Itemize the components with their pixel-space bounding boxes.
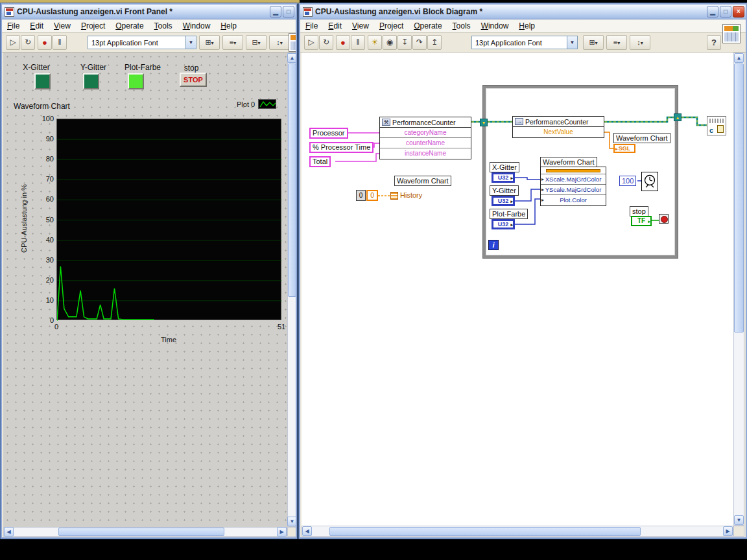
history-property-label[interactable]: History <box>400 191 422 199</box>
align-objects-icon[interactable]: ⊞▾ <box>583 35 604 50</box>
menu-help[interactable]: Help <box>220 21 237 30</box>
maximize-button-icon[interactable]: □ <box>720 6 731 18</box>
property-row-plot-color[interactable]: ▸ Plot.Color <box>541 195 606 205</box>
menu-help[interactable]: Help <box>519 21 535 30</box>
front-panel-titlebar[interactable]: CPU-Auslastung anzeigen.vi Front Panel *… <box>2 5 296 19</box>
stop-button[interactable]: STOP <box>180 73 207 87</box>
block-diagram-titlebar[interactable]: CPU-Auslastung anzeigen.vi Block Diagram… <box>300 5 746 19</box>
stop-terminal-label[interactable]: stop <box>630 206 648 216</box>
scroll-up-icon[interactable]: ▲ <box>287 53 297 63</box>
menu-file[interactable]: File <box>7 21 19 30</box>
scroll-down-icon[interactable]: ▼ <box>287 517 297 526</box>
menu-window[interactable]: Window <box>481 21 509 30</box>
x-gitter-terminal[interactable]: U32 ▸ <box>492 172 515 183</box>
run-button-icon[interactable]: ▷ <box>304 35 318 50</box>
iteration-terminal[interactable]: i <box>488 240 499 250</box>
scroll-left-icon[interactable]: ◀ <box>4 527 14 537</box>
string-constant-processor[interactable]: Processor <box>309 128 348 139</box>
property-node-waveform-chart[interactable]: ▸ XScale.MajGrdColor ▸ YScale.MajGrdColo… <box>540 167 606 206</box>
scroll-right-icon[interactable]: ▶ <box>277 527 287 537</box>
x-gitter-terminal-label[interactable]: X-Gitter <box>490 162 519 172</box>
menu-tools[interactable]: Tools <box>154 21 172 30</box>
chart-legend[interactable]: Plot 0 <box>237 99 276 109</box>
run-continuous-icon[interactable]: ↻ <box>319 35 333 50</box>
close-button-icon[interactable]: × <box>733 6 744 18</box>
chart-indicator-terminal[interactable]: ▸ SGL <box>613 144 635 153</box>
pause-icon[interactable]: ‖ <box>53 35 67 50</box>
distribute-objects-icon[interactable]: ≡▾ <box>222 35 243 50</box>
menu-operate[interactable]: Operate <box>414 21 442 30</box>
string-constant-total[interactable]: Total <box>309 156 331 167</box>
menu-operate[interactable]: Operate <box>115 21 143 30</box>
wait-ms-icon[interactable] <box>641 172 658 191</box>
maximize-button-icon[interactable]: □ <box>283 6 294 18</box>
pause-icon[interactable]: ‖ <box>351 35 365 50</box>
property-node-label[interactable]: Waveform Chart <box>540 157 597 167</box>
abort-icon[interactable]: ● <box>336 35 350 50</box>
scroll-left-icon[interactable]: ◀ <box>302 526 312 536</box>
shift-register-right-icon[interactable]: ▲ <box>674 113 682 121</box>
close-reference-icon[interactable]: c <box>707 116 726 135</box>
run-continuous-icon[interactable]: ↻ <box>21 35 35 50</box>
property-row-yscale-majgrdcolor[interactable]: ▸ YScale.MajGrdColor <box>541 185 606 195</box>
step-into-icon[interactable]: ↧ <box>397 35 412 50</box>
font-selector[interactable]: 13pt Application Font ▼ <box>471 36 578 49</box>
scroll-down-icon[interactable]: ▼ <box>734 515 744 525</box>
chevron-down-icon[interactable]: ▼ <box>567 36 577 49</box>
invoke-node-performancecounter[interactable]: → PerformanceCounter NextValue <box>512 116 604 138</box>
align-objects-icon[interactable]: ⊞▾ <box>199 35 220 50</box>
resize-objects-icon[interactable]: ⊟▾ <box>246 35 267 50</box>
menu-edit[interactable]: Edit <box>328 21 342 30</box>
history-array-element[interactable]: 0 <box>366 190 378 201</box>
y-gitter-terminal-label[interactable]: Y-Gitter <box>490 185 519 196</box>
menu-view[interactable]: View <box>352 21 369 30</box>
y-gitter-terminal[interactable]: U32 ▸ <box>492 196 515 206</box>
minimize-button-icon[interactable]: ▁ <box>707 6 718 18</box>
font-selector[interactable]: 13pt Application Font ▼ <box>88 36 196 49</box>
block-diagram-vscrollbar[interactable]: ▲ ▼ <box>733 52 744 526</box>
x-gitter-colorbox[interactable] <box>34 73 51 89</box>
chevron-down-icon[interactable]: ▼ <box>185 36 196 49</box>
hscroll-thumb[interactable] <box>58 528 224 536</box>
menu-tools[interactable]: Tools <box>453 21 471 30</box>
history-property-icon[interactable] <box>390 192 398 200</box>
distribute-objects-icon[interactable]: ≡▾ <box>606 35 627 50</box>
menu-window[interactable]: Window <box>183 21 211 30</box>
constructor-node-performancecounter[interactable]: ⚒ PerformanceCounter categoryName counte… <box>379 117 471 159</box>
minimize-button-icon[interactable]: ▁ <box>270 6 281 18</box>
front-panel-vscrollbar[interactable]: ▲ ▼ <box>287 52 297 527</box>
chart-indicator-label[interactable]: Waveform Chart <box>613 133 670 143</box>
step-out-icon[interactable]: ↥ <box>427 35 442 50</box>
constructor-row-countername[interactable]: counterName <box>380 138 471 148</box>
plot-farbe-terminal-label[interactable]: Plot-Farbe <box>490 209 528 219</box>
history-chart-label[interactable]: Waveform Chart <box>394 176 451 186</box>
stop-terminal[interactable]: TF ▸ <box>631 216 652 226</box>
block-diagram-hscrollbar[interactable]: ◀ ▶ <box>302 526 733 537</box>
numeric-constant-100[interactable]: 100 <box>619 176 636 186</box>
reorder-objects-icon[interactable]: ↕▾ <box>269 35 290 50</box>
abort-icon[interactable]: ● <box>38 35 52 50</box>
invoke-row-nextvalue[interactable]: NextValue <box>513 127 604 137</box>
vscroll-thumb[interactable] <box>734 64 744 332</box>
scroll-up-icon[interactable]: ▲ <box>734 53 744 63</box>
menu-view[interactable]: View <box>54 21 71 30</box>
shift-register-left-icon[interactable]: ▼ <box>480 119 488 126</box>
constructor-row-instancename[interactable]: instanceName <box>380 148 471 159</box>
plot-farbe-colorbox[interactable] <box>128 73 144 89</box>
hscroll-thumb[interactable] <box>329 527 641 536</box>
loop-condition-terminal[interactable] <box>659 214 669 224</box>
scroll-right-icon[interactable]: ▶ <box>723 526 733 536</box>
property-row-xscale-majgrdcolor[interactable]: ▸ XScale.MajGrdColor <box>541 174 606 185</box>
vi-connector-icon[interactable] <box>722 24 741 43</box>
vscroll-thumb[interactable] <box>288 64 296 297</box>
plot-farbe-terminal[interactable]: U32 ▸ <box>492 219 515 229</box>
run-button-icon[interactable]: ▷ <box>6 35 20 50</box>
reorder-objects-icon[interactable]: ↕▾ <box>630 35 650 50</box>
menu-edit[interactable]: Edit <box>30 21 43 30</box>
string-constant-processor-time[interactable]: % Processor Time <box>309 142 374 153</box>
help-button[interactable]: ? <box>707 35 721 50</box>
menu-file[interactable]: File <box>305 21 318 30</box>
highlight-execution-icon[interactable]: ☀ <box>368 35 382 50</box>
history-array-index[interactable]: 0 <box>356 190 366 201</box>
menu-project[interactable]: Project <box>379 21 403 30</box>
